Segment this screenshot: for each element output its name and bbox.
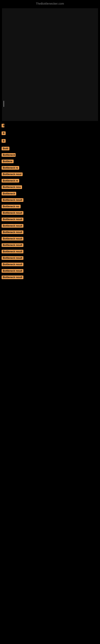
label-row-22: Bottleneck result	[1, 262, 100, 267]
chart-area	[2, 8, 98, 121]
bottleneck-label-13: Bottleneck res	[1, 205, 21, 208]
bottleneck-label-22: Bottleneck result	[1, 263, 23, 266]
bottleneck-label-14: Bottleneck result	[1, 211, 23, 215]
bottleneck-label-16: Bottleneck result	[1, 224, 23, 228]
label-row-23: Bottleneck result	[1, 268, 100, 274]
label-row-19: Bottleneck result	[1, 242, 100, 248]
bottleneck-label-1: B	[1, 124, 4, 128]
label-row-24: Bottleneck result	[1, 275, 100, 280]
bottleneck-label-12: Bottleneck result	[1, 198, 23, 202]
label-row-7: Bottleneck re	[1, 165, 100, 170]
bottleneck-label-3: B	[1, 139, 6, 143]
bottleneck-label-6: Bottlene	[1, 160, 14, 163]
label-row-4: Bottl	[1, 146, 100, 151]
bottleneck-label-9: Bottleneck re	[1, 179, 19, 182]
bottleneck-label-18: Bottleneck result	[1, 237, 23, 240]
label-row-1: B	[1, 123, 100, 128]
label-row-13: Bottleneck res	[1, 204, 100, 209]
label-row-6: Bottlene	[1, 159, 100, 164]
bottleneck-label-11: Bottleneck	[1, 192, 16, 196]
label-row-5: Bottleneck	[1, 152, 100, 158]
cursor-line	[3, 101, 4, 107]
bottleneck-label-24: Bottleneck result	[1, 276, 23, 279]
label-row-15: Bottleneck result	[1, 217, 100, 222]
label-row-10: Bottleneck resu	[1, 184, 100, 190]
bottleneck-label-5: Bottleneck	[1, 153, 16, 157]
label-row-21: Bottleneck result	[1, 256, 100, 260]
bottleneck-label-20: Bottleneck result	[1, 250, 23, 253]
bottleneck-label-4: Bottl	[1, 147, 9, 150]
label-row-17: Bottleneck result	[1, 230, 100, 235]
label-row-20: Bottleneck result	[1, 249, 100, 254]
bottleneck-label-23: Bottleneck result	[1, 269, 23, 273]
bottleneck-label-17: Bottleneck result	[1, 230, 23, 234]
site-title: TheBottlenecker.com	[0, 0, 100, 6]
bottleneck-label-10: Bottleneck resu	[1, 185, 22, 189]
label-row-8: Bottleneck resul	[1, 172, 100, 177]
bottleneck-label-8: Bottleneck resul	[1, 172, 23, 176]
bottleneck-label-15: Bottleneck result	[1, 218, 23, 221]
label-row-14: Bottleneck result	[1, 210, 100, 216]
label-row-16: Bottleneck result	[1, 223, 100, 228]
label-row-18: Bottleneck result	[1, 236, 100, 241]
bottleneck-label-7: Bottleneck re	[1, 166, 19, 170]
bottleneck-label-19: Bottleneck result	[1, 243, 23, 247]
labels-section: BBBBottlBottleneckBottleneBottleneck reB…	[0, 123, 100, 281]
bottleneck-label-2: B	[1, 132, 6, 135]
label-row-12: Bottleneck result	[1, 198, 100, 203]
label-row-11: Bottleneck	[1, 191, 100, 196]
label-row-9: Bottleneck re	[1, 178, 100, 183]
label-row-2: B	[1, 130, 100, 136]
bottleneck-label-21: Bottleneck result	[1, 256, 23, 260]
label-row-3: B	[1, 138, 100, 144]
